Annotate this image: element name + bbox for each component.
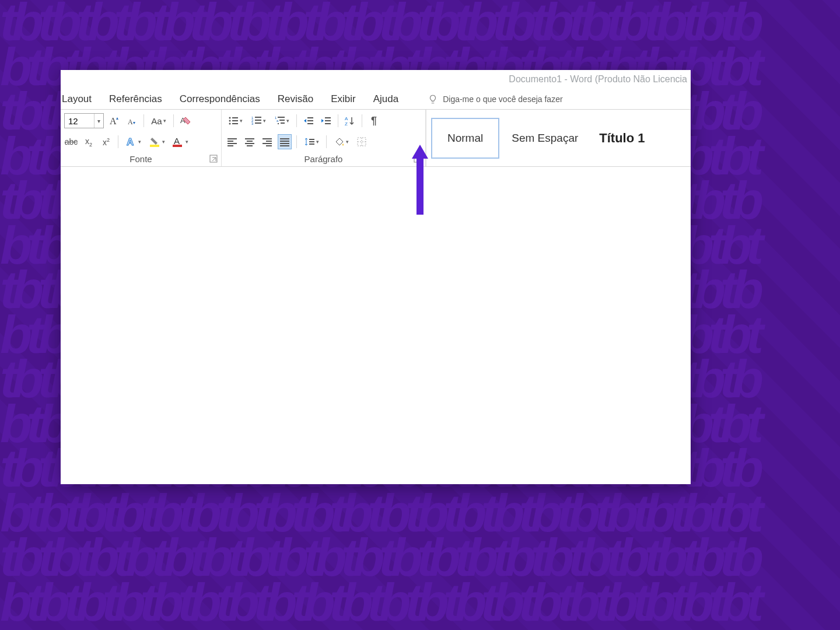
- chevron-down-icon[interactable]: ▾: [94, 114, 103, 128]
- sort-button[interactable]: AZ: [343, 113, 357, 128]
- tab-view[interactable]: Exibir: [331, 93, 356, 105]
- bullets-icon: [228, 116, 239, 126]
- text-effects-button[interactable]: A▾: [123, 134, 143, 149]
- tab-layout[interactable]: Layout: [62, 93, 92, 105]
- subscript-button[interactable]: x2: [82, 134, 96, 149]
- multilevel-icon: 1a: [275, 116, 285, 126]
- dialog-launcher-icon[interactable]: [414, 155, 422, 163]
- grow-font-button[interactable]: A▴: [107, 113, 121, 128]
- svg-rect-38: [228, 143, 237, 144]
- tab-references[interactable]: Referências: [109, 93, 162, 105]
- show-paragraph-marks-button[interactable]: ¶: [367, 113, 381, 128]
- justify-button[interactable]: [278, 134, 292, 149]
- superscript-button[interactable]: x2: [99, 134, 113, 149]
- style-normal[interactable]: Normal: [431, 118, 499, 159]
- highlight-button[interactable]: ▾: [146, 134, 166, 149]
- svg-rect-6: [150, 145, 159, 147]
- borders-button[interactable]: [355, 134, 369, 149]
- document-area[interactable]: [61, 167, 691, 484]
- tab-mailings[interactable]: Correspondências: [180, 93, 260, 105]
- styles-gallery: Normal Sem Espaçar Título 1: [426, 110, 691, 166]
- svg-rect-31: [325, 117, 331, 118]
- group-paragraph: ▾ 123▾ 1a▾: [222, 110, 426, 166]
- align-left-button[interactable]: [225, 134, 239, 149]
- svg-rect-44: [262, 138, 272, 139]
- clear-formatting-button[interactable]: A: [178, 113, 192, 128]
- borders-icon: [356, 136, 367, 147]
- svg-text:a: a: [276, 119, 279, 123]
- pilcrow-icon: ¶: [371, 115, 377, 127]
- align-right-button[interactable]: [260, 134, 274, 149]
- window-title: Documento1 - Word (Produto Não Licencia: [509, 74, 687, 85]
- svg-rect-52: [309, 139, 314, 140]
- svg-text:▴: ▴: [116, 116, 118, 121]
- svg-rect-26: [278, 123, 279, 124]
- titlebar: Documento1 - Word (Produto Não Licencia: [61, 70, 691, 89]
- line-spacing-button[interactable]: ▾: [302, 134, 321, 149]
- paint-bucket-icon: [334, 136, 345, 147]
- line-spacing-icon: [304, 136, 315, 147]
- svg-rect-13: [232, 120, 238, 121]
- svg-rect-23: [278, 117, 285, 118]
- decrease-indent-button[interactable]: [302, 113, 316, 128]
- svg-rect-41: [247, 141, 253, 142]
- align-center-icon: [244, 136, 255, 147]
- font-color-icon: A: [172, 136, 184, 148]
- svg-rect-21: [255, 123, 261, 124]
- multilevel-list-button[interactable]: 1a▾: [272, 113, 292, 128]
- bullets-button[interactable]: ▾: [225, 113, 245, 128]
- justify-icon: [279, 136, 290, 147]
- svg-rect-29: [307, 120, 313, 121]
- svg-rect-25: [279, 120, 285, 121]
- svg-rect-17: [255, 117, 261, 118]
- font-size-input[interactable]: [65, 114, 94, 128]
- ribbon-tabs: Layout Referências Correspondências Revi…: [61, 89, 691, 110]
- strikethrough-button[interactable]: abc: [64, 134, 78, 149]
- svg-rect-30: [307, 123, 313, 124]
- svg-rect-46: [262, 143, 272, 144]
- svg-rect-11: [232, 117, 238, 118]
- tab-help[interactable]: Ajuda: [373, 93, 398, 105]
- svg-text:A: A: [174, 136, 180, 146]
- text-effects-icon: A: [125, 136, 137, 148]
- dialog-launcher-icon[interactable]: [209, 155, 218, 163]
- font-color-button[interactable]: A▾: [170, 134, 190, 149]
- svg-rect-51: [280, 145, 289, 146]
- svg-text:▾: ▾: [133, 120, 135, 125]
- change-case-button[interactable]: Aa▾: [149, 113, 169, 128]
- shading-button[interactable]: ▾: [331, 134, 351, 149]
- shrink-font-icon: A▾: [126, 115, 138, 127]
- svg-rect-39: [228, 145, 233, 146]
- svg-point-14: [229, 123, 230, 125]
- svg-rect-53: [309, 141, 314, 142]
- increase-indent-button[interactable]: [319, 113, 333, 128]
- tab-review[interactable]: Revisão: [278, 93, 313, 105]
- ribbon: ▾ A▴ A▾ Aa▾ A: [61, 110, 691, 167]
- svg-rect-48: [280, 138, 289, 139]
- svg-rect-33: [325, 123, 331, 124]
- style-no-spacing[interactable]: Sem Espaçar: [503, 124, 587, 152]
- font-size-combo[interactable]: ▾: [64, 113, 104, 128]
- svg-rect-50: [280, 143, 289, 144]
- numbering-button[interactable]: 123▾: [249, 113, 268, 128]
- svg-rect-36: [228, 138, 237, 139]
- svg-rect-27: [281, 123, 285, 124]
- svg-text:A: A: [345, 116, 348, 121]
- shrink-font-button[interactable]: A▾: [125, 113, 139, 128]
- svg-rect-19: [255, 120, 261, 121]
- grow-font-icon: A▴: [108, 115, 120, 127]
- svg-rect-40: [245, 138, 254, 139]
- align-right-icon: [262, 136, 272, 147]
- svg-rect-49: [280, 141, 289, 142]
- style-heading1[interactable]: Título 1: [590, 123, 653, 153]
- svg-rect-43: [247, 145, 253, 146]
- group-label-font: Fonte: [64, 150, 218, 165]
- svg-text:A: A: [127, 136, 134, 148]
- numbering-icon: 123: [251, 116, 262, 126]
- tell-me-placeholder: Diga-me o que você deseja fazer: [443, 94, 562, 104]
- subscript-icon: x2: [85, 136, 92, 148]
- align-center-button[interactable]: [243, 134, 257, 149]
- tell-me-search[interactable]: Diga-me o que você deseja fazer: [428, 94, 562, 104]
- change-case-icon: Aa: [151, 116, 162, 126]
- svg-rect-55: [358, 138, 366, 146]
